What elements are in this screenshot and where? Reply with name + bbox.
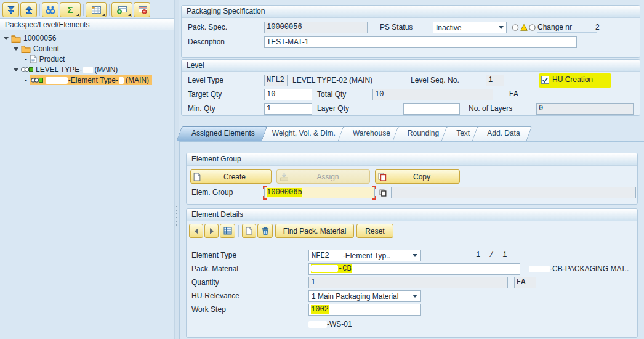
- reset-button-label: Reset: [365, 227, 384, 235]
- level-group: Level Level Type NFL2 LEVEL TYPE-02 (MAI…: [181, 59, 640, 116]
- folder-icon: [21, 45, 31, 53]
- hu-creation-checkbox-row[interactable]: HU Creation: [541, 75, 593, 84]
- redacted-text: [529, 266, 550, 272]
- chevron-down-icon: [413, 295, 417, 298]
- tree-node-element-selected[interactable]: • -Element Type- (MAIN): [25, 75, 152, 86]
- change-nr-label: Change nr: [537, 22, 597, 33]
- tab-strip-baseline: [179, 141, 644, 142]
- collapse-all-icon: [24, 6, 34, 15]
- element-group-title: Element Group: [191, 155, 241, 163]
- work-step-label: Work Step: [191, 304, 226, 315]
- delete-row-button[interactable]: [134, 2, 150, 17]
- tree-node-label: Content: [33, 44, 59, 53]
- target-qty-label: Target Qty: [188, 89, 222, 100]
- tree-node-level[interactable]: LEVEL TYPE- (MAIN): [14, 64, 118, 75]
- elem-group-field[interactable]: 10000065: [264, 187, 375, 198]
- table-list-icon: [223, 227, 232, 235]
- copy-button-label: Copy: [413, 173, 430, 181]
- group-title: Element Group: [187, 153, 637, 166]
- trash-icon: [261, 227, 270, 235]
- tab-warehouse[interactable]: Warehouse: [340, 126, 400, 141]
- level-type-code-field[interactable]: NFL2: [264, 75, 288, 86]
- pack-spec-field[interactable]: 10000056: [264, 22, 368, 33]
- min-qty-field[interactable]: 1: [264, 103, 312, 115]
- expand-all-button[interactable]: [2, 2, 19, 17]
- tab-strip: Assigned Elements Weight, Vol. & Dim. Wa…: [179, 126, 525, 141]
- list-view-button[interactable]: [220, 224, 235, 238]
- sigma-icon: Σ: [67, 6, 73, 14]
- quantity-field[interactable]: 1: [308, 277, 508, 288]
- no-of-layers-value: 0: [539, 104, 543, 113]
- delete-element-button[interactable]: [257, 224, 273, 238]
- collapse-arrow-icon[interactable]: [14, 68, 18, 71]
- sum-button[interactable]: Σ: [60, 2, 81, 17]
- element-type-dropdown[interactable]: NFE2 -Element Typ..: [308, 250, 421, 261]
- create-button-label: Create: [223, 173, 246, 181]
- quantity-value: 1: [311, 278, 315, 287]
- folder-icon: [11, 35, 21, 43]
- elem-group-label: Elem. Group: [191, 187, 233, 198]
- work-step-description: -WS-01: [308, 319, 352, 330]
- hu-relevance-value: 1 Main Packaging Material: [312, 292, 398, 301]
- toolbar-separator: [109, 4, 110, 16]
- find-button[interactable]: [42, 2, 58, 17]
- ps-status-dropdown[interactable]: Inactive: [433, 22, 507, 33]
- quantity-unit-field[interactable]: EA: [514, 277, 536, 288]
- multi-selection-button[interactable]: [377, 187, 388, 198]
- pack-material-field[interactable]: -CB: [308, 263, 520, 275]
- hu-relevance-dropdown[interactable]: 1 Main Packaging Material: [308, 290, 421, 302]
- group-title: Level: [182, 60, 640, 72]
- tree-node-packspec[interactable]: 10000056: [4, 33, 56, 44]
- assign-icon: [280, 173, 289, 181]
- tree-node-product[interactable]: • Product: [25, 54, 65, 65]
- redacted-text: [311, 265, 338, 272]
- tab-rounding[interactable]: Rounding: [395, 126, 449, 141]
- packaging-specification-group: Packaging Specification Pack. Spec. 1000…: [181, 5, 640, 58]
- total-qty-unit: EA: [509, 89, 518, 100]
- collapse-arrow-icon[interactable]: [4, 37, 9, 40]
- next-element-button[interactable]: [204, 224, 219, 238]
- level-seq-field[interactable]: 1: [486, 75, 504, 86]
- min-qty-value: 1: [267, 104, 271, 113]
- description-field[interactable]: TEST-MAT-1: [264, 36, 577, 48]
- toolbar-separator: [83, 4, 84, 16]
- table-settings-button[interactable]: [86, 2, 107, 17]
- assign-button[interactable]: Assign: [276, 170, 370, 184]
- reset-button[interactable]: Reset: [356, 224, 393, 238]
- tab-assigned-elements[interactable]: Assigned Elements: [179, 126, 265, 141]
- redacted-text: [329, 252, 343, 259]
- hu-creation-checkbox[interactable]: [541, 76, 549, 84]
- layer-qty-field[interactable]: [403, 103, 460, 115]
- redacted-text: [46, 77, 68, 84]
- pack-material-value: -CB: [338, 264, 352, 273]
- tab-add-data[interactable]: Add. Data: [475, 126, 529, 141]
- previous-element-button[interactable]: [189, 224, 203, 238]
- pack-spec-value: 10000056: [267, 23, 302, 31]
- total-qty-field[interactable]: 10: [372, 89, 493, 100]
- tree-node-content[interactable]: Content: [14, 43, 59, 54]
- pack-spec-label: Pack. Spec.: [188, 22, 227, 33]
- panel-splitter[interactable]: [174, 0, 179, 339]
- new-element-button[interactable]: [242, 224, 256, 238]
- elem-group-description-field: [391, 187, 636, 198]
- total-qty-value: 10: [375, 90, 384, 99]
- tree-toolbar: Σ: [0, 0, 174, 18]
- quantity-unit: EA: [517, 278, 525, 287]
- collapse-arrow-icon[interactable]: [14, 47, 18, 51]
- no-of-layers-field[interactable]: 0: [536, 103, 634, 115]
- selected-node-highlight[interactable]: -Element Type- (MAIN): [30, 75, 152, 85]
- status-traffic-light-icon[interactable]: [512, 23, 536, 31]
- layer-qty-label: Layer Qty: [317, 103, 349, 114]
- copy-button[interactable]: Copy: [375, 170, 460, 184]
- work-step-field[interactable]: 1002: [308, 304, 421, 316]
- splitter-grip[interactable]: [176, 203, 177, 228]
- arrow-left-icon: [193, 227, 199, 235]
- insert-row-button[interactable]: [111, 2, 132, 17]
- collapse-all-button[interactable]: [20, 2, 37, 17]
- target-qty-field[interactable]: 10: [264, 89, 312, 100]
- find-pack-material-button[interactable]: Find Pack. Material: [275, 224, 354, 238]
- hu-creation-label: HU Creation: [552, 75, 593, 84]
- redacted-text: [83, 67, 93, 73]
- create-button[interactable]: Create: [190, 170, 272, 184]
- tab-weight-vol-dim[interactable]: Weight, Vol. & Dim.: [260, 126, 345, 141]
